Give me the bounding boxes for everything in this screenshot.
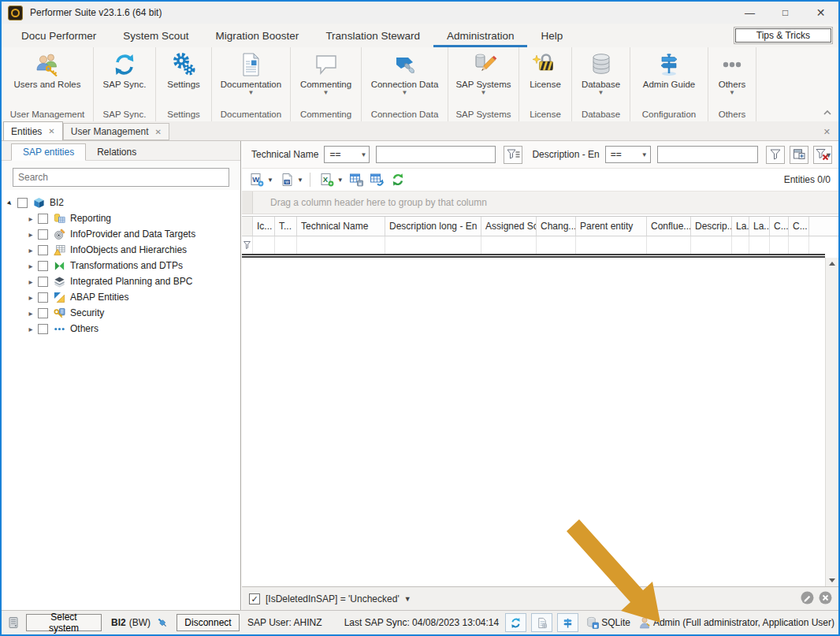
- column-header[interactable]: Chang...: [537, 217, 576, 236]
- chevron-down-icon[interactable]: ▼: [267, 177, 273, 184]
- filter-cell[interactable]: [481, 236, 537, 254]
- expander-icon[interactable]: ▸: [26, 325, 35, 333]
- filter-active-checkbox[interactable]: ✓: [249, 593, 260, 604]
- tree-checkbox[interactable]: [38, 324, 48, 334]
- column-header[interactable]: Description long - En: [385, 217, 481, 236]
- tab-migration-booster[interactable]: Migration Booster: [203, 24, 313, 47]
- column-header[interactable]: C...: [789, 217, 809, 236]
- filter-field1-input[interactable]: [377, 147, 495, 162]
- filter-cell[interactable]: [732, 236, 749, 254]
- tips-and-tricks-button[interactable]: Tips & Tricks: [735, 28, 831, 43]
- connection-data-button[interactable]: Connection Data ▼: [362, 47, 448, 110]
- expander-icon[interactable]: ▸: [26, 293, 35, 302]
- filter-cell[interactable]: [253, 236, 275, 254]
- settings-button[interactable]: Settings: [156, 47, 211, 110]
- tree-item-transformations[interactable]: ▸ Transformations and DTPs: [2, 258, 240, 273]
- word-export-icon[interactable]: W: [248, 171, 266, 188]
- commenting-button[interactable]: Commenting ▼: [291, 47, 361, 110]
- tree-checkbox[interactable]: [38, 308, 48, 318]
- others-button[interactable]: Others ▼: [708, 47, 756, 110]
- sap-sync-button[interactable]: SAP Sync.: [94, 47, 155, 110]
- filter-cell[interactable]: [789, 236, 809, 254]
- column-header[interactable]: La...: [732, 217, 749, 236]
- column-header[interactable]: La...: [749, 217, 770, 236]
- maximize-icon[interactable]: □: [768, 2, 803, 24]
- column-header[interactable]: Conflue...: [647, 217, 691, 236]
- tree-item-bi2[interactable]: ▸ BI2: [2, 195, 240, 210]
- tab-administration[interactable]: Administration: [433, 24, 528, 47]
- funnel-menu-icon[interactable]: [504, 146, 522, 164]
- filter-cell[interactable]: [576, 236, 647, 254]
- filter-field1-operator-select[interactable]: == ▼: [324, 146, 370, 163]
- select-system-button[interactable]: Select system: [26, 614, 102, 631]
- group-by-bar[interactable]: Drag a column header here to group by th…: [242, 192, 838, 214]
- expander-icon[interactable]: ▸: [26, 309, 35, 318]
- tree-checkbox[interactable]: [38, 292, 48, 303]
- tree-checkbox[interactable]: [38, 261, 48, 271]
- database-button[interactable]: Database ▼: [572, 47, 630, 110]
- column-header[interactable]: C...: [770, 217, 789, 236]
- filter-row-expand-icon[interactable]: ▼: [825, 151, 832, 159]
- column-header[interactable]: Technical Name: [297, 217, 385, 236]
- close-icon[interactable]: ✕: [803, 2, 838, 24]
- tree-item-others[interactable]: ▸ Others: [2, 321, 240, 337]
- sync-log-button[interactable]: [531, 613, 552, 632]
- expander-icon[interactable]: ▸: [4, 196, 17, 209]
- scroll-up-icon[interactable]: [829, 262, 835, 266]
- tree-checkbox[interactable]: [38, 277, 48, 287]
- grid-body[interactable]: [242, 258, 838, 586]
- users-and-roles-button[interactable]: Users and Roles: [2, 47, 93, 110]
- column-header[interactable]: Ic...: [253, 217, 275, 236]
- grid-restore-layout-icon[interactable]: [369, 171, 386, 188]
- filter-cell[interactable]: [275, 236, 297, 254]
- tab-sap-entities[interactable]: SAP entities: [11, 143, 86, 161]
- search-input[interactable]: [13, 172, 229, 183]
- filter-cell[interactable]: [647, 236, 691, 254]
- tree-item-abap-entities[interactable]: ▸ ABAP Entities: [2, 289, 240, 305]
- tab-close-icon[interactable]: ✕: [48, 127, 54, 136]
- chevron-down-icon[interactable]: ▼: [404, 595, 411, 603]
- tab-close-icon[interactable]: ✕: [154, 128, 161, 136]
- sap-systems-button[interactable]: SAP Systems ▼: [448, 47, 518, 110]
- column-header[interactable]: Assigned Sce...: [481, 217, 537, 236]
- sync-now-button[interactable]: [505, 613, 526, 632]
- filter-cell[interactable]: [770, 236, 789, 254]
- expander-icon[interactable]: ▸: [26, 230, 35, 239]
- license-button[interactable]: License: [519, 47, 571, 110]
- vertical-scrollbar[interactable]: [825, 258, 838, 586]
- tab-user-management[interactable]: User Management ✕: [63, 123, 169, 140]
- column-header[interactable]: T...: [275, 217, 297, 236]
- filter-cell[interactable]: [691, 236, 732, 254]
- tabbar-close-icon[interactable]: ✕: [823, 127, 838, 140]
- chevron-down-icon[interactable]: ▼: [297, 177, 303, 184]
- filter-cell[interactable]: [385, 236, 481, 254]
- filter-cell[interactable]: [749, 236, 770, 254]
- tree-checkbox[interactable]: [17, 198, 28, 208]
- tab-entities[interactable]: Entities ✕: [3, 121, 63, 140]
- close-filter-icon[interactable]: [819, 591, 832, 607]
- filter-editor-icon[interactable]: [790, 146, 808, 164]
- tree-checkbox[interactable]: [38, 214, 48, 224]
- tab-system-scout[interactable]: System Scout: [110, 24, 202, 47]
- tree-item-integrated-planning[interactable]: ▸ Integrated Planning and BPC: [2, 273, 240, 289]
- column-header[interactable]: Parent entity: [576, 217, 647, 236]
- tree-checkbox[interactable]: [38, 229, 48, 240]
- column-header[interactable]: Descrip...: [691, 217, 732, 236]
- expander-icon[interactable]: ▸: [26, 246, 35, 255]
- tab-help[interactable]: Help: [527, 24, 576, 47]
- tree-item-infoprovider[interactable]: ▸ InfoProvider and Data Targets: [2, 226, 240, 242]
- tree-checkbox[interactable]: [38, 245, 48, 255]
- filter-cell[interactable]: [537, 236, 576, 254]
- documentation-button[interactable]: Documentation ▼: [212, 47, 290, 110]
- refresh-icon[interactable]: [389, 171, 407, 188]
- word-document-icon[interactable]: w: [278, 171, 295, 188]
- grid-save-layout-icon[interactable]: [348, 171, 366, 188]
- minimize-icon[interactable]: —: [732, 2, 768, 24]
- admin-guide-button[interactable]: Admin Guide: [630, 47, 708, 110]
- tab-docu-performer[interactable]: Docu Performer: [8, 24, 110, 47]
- expander-icon[interactable]: ▸: [26, 214, 35, 223]
- expander-icon[interactable]: ▸: [26, 277, 35, 286]
- tree-item-security[interactable]: ▸ Security: [2, 305, 240, 321]
- tree-item-infoobjects[interactable]: ▸ InfoObjects and Hierarchies: [2, 242, 240, 258]
- expander-icon[interactable]: ▸: [26, 262, 35, 270]
